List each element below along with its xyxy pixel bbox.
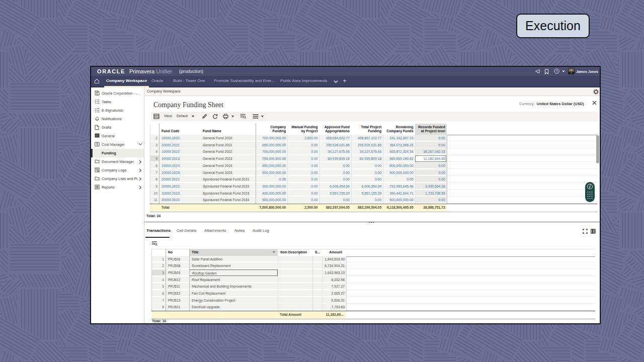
svg-text:?: ? (556, 69, 558, 73)
svg-text:$: $ (96, 142, 98, 146)
